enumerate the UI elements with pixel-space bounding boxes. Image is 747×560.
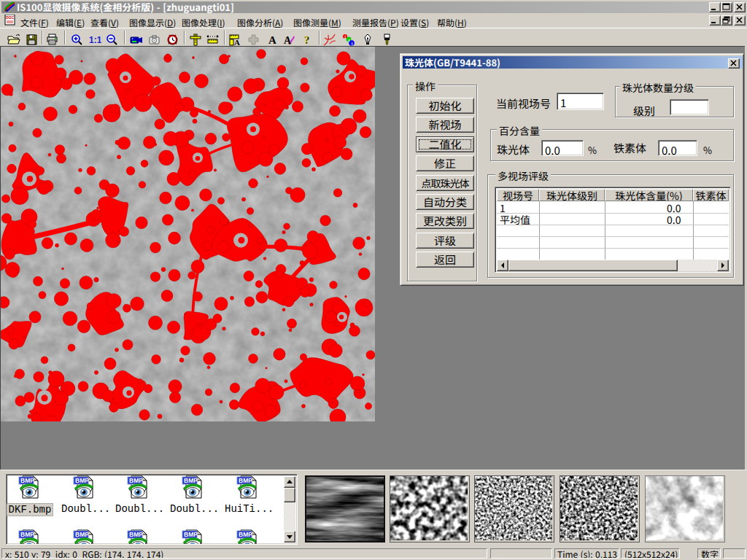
svg-text:BMP: BMP <box>20 531 34 538</box>
svg-text:BMP: BMP <box>20 477 34 484</box>
svg-text:BMP: BMP <box>129 477 143 484</box>
svg-text:DOC: DOC <box>6 15 15 20</box>
svg-text:3: 3 <box>351 40 353 47</box>
svg-text:BMP: BMP <box>129 531 143 538</box>
svg-text:BMP: BMP <box>75 477 89 484</box>
svg-text:BMP: BMP <box>75 531 89 538</box>
svg-text:1: 1 <box>344 34 347 40</box>
svg-text:?: ? <box>304 34 310 46</box>
svg-text:A: A <box>268 34 276 46</box>
svg-text:BMP: BMP <box>184 531 198 538</box>
svg-text:A: A <box>234 38 240 46</box>
svg-text:1:1: 1:1 <box>89 35 101 45</box>
svg-text:BMP: BMP <box>184 477 198 484</box>
svg-text:BMP: BMP <box>239 477 252 484</box>
svg-text:a: a <box>348 36 350 43</box>
svg-text:A: A <box>284 35 292 46</box>
svg-text:BMP: BMP <box>239 531 252 538</box>
